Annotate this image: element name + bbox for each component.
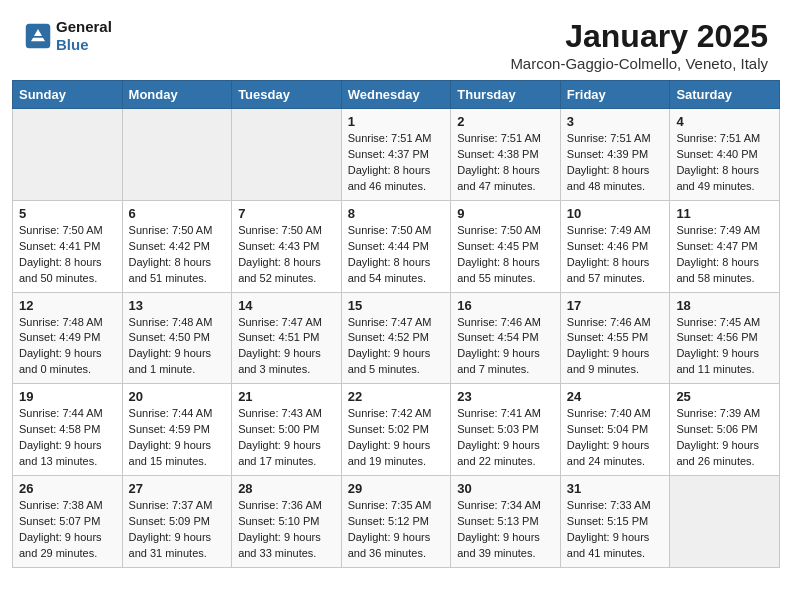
calendar-cell: 14Sunrise: 7:47 AM Sunset: 4:51 PM Dayli… <box>232 292 342 384</box>
day-info: Sunrise: 7:39 AM Sunset: 5:06 PM Dayligh… <box>676 406 773 470</box>
calendar-cell: 24Sunrise: 7:40 AM Sunset: 5:04 PM Dayli… <box>560 384 670 476</box>
logo: General Blue <box>24 18 112 54</box>
day-info: Sunrise: 7:51 AM Sunset: 4:39 PM Dayligh… <box>567 131 664 195</box>
week-row-4: 19Sunrise: 7:44 AM Sunset: 4:58 PM Dayli… <box>13 384 780 476</box>
day-number: 5 <box>19 206 116 221</box>
calendar-cell: 15Sunrise: 7:47 AM Sunset: 4:52 PM Dayli… <box>341 292 451 384</box>
day-number: 14 <box>238 298 335 313</box>
calendar-cell: 7Sunrise: 7:50 AM Sunset: 4:43 PM Daylig… <box>232 200 342 292</box>
day-info: Sunrise: 7:35 AM Sunset: 5:12 PM Dayligh… <box>348 498 445 562</box>
weekday-header-saturday: Saturday <box>670 81 780 109</box>
day-number: 25 <box>676 389 773 404</box>
day-number: 11 <box>676 206 773 221</box>
calendar-subtitle: Marcon-Gaggio-Colmello, Veneto, Italy <box>510 55 768 72</box>
day-number: 31 <box>567 481 664 496</box>
day-number: 21 <box>238 389 335 404</box>
calendar-cell: 10Sunrise: 7:49 AM Sunset: 4:46 PM Dayli… <box>560 200 670 292</box>
week-row-5: 26Sunrise: 7:38 AM Sunset: 5:07 PM Dayli… <box>13 476 780 568</box>
calendar-cell: 19Sunrise: 7:44 AM Sunset: 4:58 PM Dayli… <box>13 384 123 476</box>
calendar-cell: 20Sunrise: 7:44 AM Sunset: 4:59 PM Dayli… <box>122 384 232 476</box>
day-number: 4 <box>676 114 773 129</box>
calendar-cell: 16Sunrise: 7:46 AM Sunset: 4:54 PM Dayli… <box>451 292 561 384</box>
calendar-cell: 29Sunrise: 7:35 AM Sunset: 5:12 PM Dayli… <box>341 476 451 568</box>
day-info: Sunrise: 7:44 AM Sunset: 4:58 PM Dayligh… <box>19 406 116 470</box>
day-info: Sunrise: 7:40 AM Sunset: 5:04 PM Dayligh… <box>567 406 664 470</box>
day-number: 27 <box>129 481 226 496</box>
logo-icon <box>24 22 52 50</box>
calendar-cell <box>670 476 780 568</box>
weekday-row: SundayMondayTuesdayWednesdayThursdayFrid… <box>13 81 780 109</box>
calendar-cell: 9Sunrise: 7:50 AM Sunset: 4:45 PM Daylig… <box>451 200 561 292</box>
calendar-cell: 30Sunrise: 7:34 AM Sunset: 5:13 PM Dayli… <box>451 476 561 568</box>
day-number: 16 <box>457 298 554 313</box>
week-row-1: 1Sunrise: 7:51 AM Sunset: 4:37 PM Daylig… <box>13 109 780 201</box>
calendar-container: SundayMondayTuesdayWednesdayThursdayFrid… <box>0 80 792 580</box>
calendar-cell: 5Sunrise: 7:50 AM Sunset: 4:41 PM Daylig… <box>13 200 123 292</box>
calendar-cell: 2Sunrise: 7:51 AM Sunset: 4:38 PM Daylig… <box>451 109 561 201</box>
day-number: 9 <box>457 206 554 221</box>
calendar-cell: 13Sunrise: 7:48 AM Sunset: 4:50 PM Dayli… <box>122 292 232 384</box>
day-number: 7 <box>238 206 335 221</box>
day-info: Sunrise: 7:44 AM Sunset: 4:59 PM Dayligh… <box>129 406 226 470</box>
calendar-cell: 22Sunrise: 7:42 AM Sunset: 5:02 PM Dayli… <box>341 384 451 476</box>
day-info: Sunrise: 7:50 AM Sunset: 4:41 PM Dayligh… <box>19 223 116 287</box>
day-number: 23 <box>457 389 554 404</box>
day-info: Sunrise: 7:49 AM Sunset: 4:47 PM Dayligh… <box>676 223 773 287</box>
calendar-cell: 27Sunrise: 7:37 AM Sunset: 5:09 PM Dayli… <box>122 476 232 568</box>
day-info: Sunrise: 7:48 AM Sunset: 4:49 PM Dayligh… <box>19 315 116 379</box>
week-row-2: 5Sunrise: 7:50 AM Sunset: 4:41 PM Daylig… <box>13 200 780 292</box>
day-number: 18 <box>676 298 773 313</box>
day-number: 15 <box>348 298 445 313</box>
calendar-cell: 18Sunrise: 7:45 AM Sunset: 4:56 PM Dayli… <box>670 292 780 384</box>
day-number: 24 <box>567 389 664 404</box>
title-block: January 2025 Marcon-Gaggio-Colmello, Ven… <box>510 18 768 72</box>
day-info: Sunrise: 7:50 AM Sunset: 4:42 PM Dayligh… <box>129 223 226 287</box>
calendar-cell: 4Sunrise: 7:51 AM Sunset: 4:40 PM Daylig… <box>670 109 780 201</box>
day-info: Sunrise: 7:51 AM Sunset: 4:40 PM Dayligh… <box>676 131 773 195</box>
logo-text: General Blue <box>56 18 112 54</box>
calendar-cell: 28Sunrise: 7:36 AM Sunset: 5:10 PM Dayli… <box>232 476 342 568</box>
week-row-3: 12Sunrise: 7:48 AM Sunset: 4:49 PM Dayli… <box>13 292 780 384</box>
calendar-cell: 8Sunrise: 7:50 AM Sunset: 4:44 PM Daylig… <box>341 200 451 292</box>
day-info: Sunrise: 7:36 AM Sunset: 5:10 PM Dayligh… <box>238 498 335 562</box>
day-info: Sunrise: 7:48 AM Sunset: 4:50 PM Dayligh… <box>129 315 226 379</box>
weekday-header-monday: Monday <box>122 81 232 109</box>
calendar-cell: 17Sunrise: 7:46 AM Sunset: 4:55 PM Dayli… <box>560 292 670 384</box>
day-number: 8 <box>348 206 445 221</box>
day-info: Sunrise: 7:38 AM Sunset: 5:07 PM Dayligh… <box>19 498 116 562</box>
calendar-cell: 3Sunrise: 7:51 AM Sunset: 4:39 PM Daylig… <box>560 109 670 201</box>
day-number: 28 <box>238 481 335 496</box>
day-number: 26 <box>19 481 116 496</box>
svg-rect-2 <box>33 36 44 38</box>
calendar-cell: 21Sunrise: 7:43 AM Sunset: 5:00 PM Dayli… <box>232 384 342 476</box>
calendar-cell <box>122 109 232 201</box>
weekday-header-sunday: Sunday <box>13 81 123 109</box>
day-number: 3 <box>567 114 664 129</box>
day-info: Sunrise: 7:37 AM Sunset: 5:09 PM Dayligh… <box>129 498 226 562</box>
weekday-header-friday: Friday <box>560 81 670 109</box>
calendar-cell: 11Sunrise: 7:49 AM Sunset: 4:47 PM Dayli… <box>670 200 780 292</box>
day-info: Sunrise: 7:45 AM Sunset: 4:56 PM Dayligh… <box>676 315 773 379</box>
weekday-header-thursday: Thursday <box>451 81 561 109</box>
day-info: Sunrise: 7:51 AM Sunset: 4:38 PM Dayligh… <box>457 131 554 195</box>
calendar-cell <box>232 109 342 201</box>
day-number: 19 <box>19 389 116 404</box>
day-info: Sunrise: 7:33 AM Sunset: 5:15 PM Dayligh… <box>567 498 664 562</box>
calendar-table: SundayMondayTuesdayWednesdayThursdayFrid… <box>12 80 780 568</box>
calendar-title: January 2025 <box>510 18 768 55</box>
day-number: 17 <box>567 298 664 313</box>
day-info: Sunrise: 7:51 AM Sunset: 4:37 PM Dayligh… <box>348 131 445 195</box>
day-info: Sunrise: 7:50 AM Sunset: 4:43 PM Dayligh… <box>238 223 335 287</box>
day-info: Sunrise: 7:43 AM Sunset: 5:00 PM Dayligh… <box>238 406 335 470</box>
weekday-header-wednesday: Wednesday <box>341 81 451 109</box>
weekday-header-tuesday: Tuesday <box>232 81 342 109</box>
day-info: Sunrise: 7:46 AM Sunset: 4:55 PM Dayligh… <box>567 315 664 379</box>
day-info: Sunrise: 7:41 AM Sunset: 5:03 PM Dayligh… <box>457 406 554 470</box>
day-number: 10 <box>567 206 664 221</box>
day-number: 2 <box>457 114 554 129</box>
calendar-header: SundayMondayTuesdayWednesdayThursdayFrid… <box>13 81 780 109</box>
day-number: 1 <box>348 114 445 129</box>
day-info: Sunrise: 7:47 AM Sunset: 4:52 PM Dayligh… <box>348 315 445 379</box>
calendar-body: 1Sunrise: 7:51 AM Sunset: 4:37 PM Daylig… <box>13 109 780 568</box>
day-info: Sunrise: 7:34 AM Sunset: 5:13 PM Dayligh… <box>457 498 554 562</box>
